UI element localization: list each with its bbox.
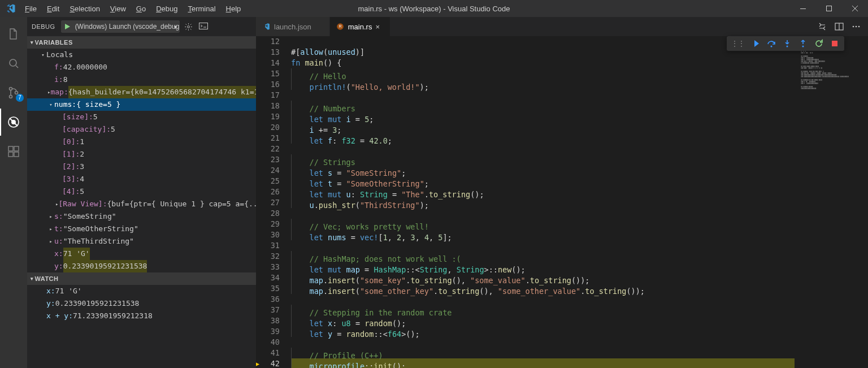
minimize-button[interactable] bbox=[790, 0, 816, 17]
svg-rect-23 bbox=[832, 41, 837, 46]
svg-rect-8 bbox=[8, 146, 13, 151]
extensions-icon[interactable] bbox=[0, 138, 27, 165]
svg-rect-10 bbox=[14, 152, 19, 157]
line-gutter: 1213141516171819202122232425262728293031… bbox=[256, 36, 289, 368]
svg-point-19 bbox=[858, 26, 860, 28]
svg-rect-0 bbox=[800, 8, 806, 9]
window-controls bbox=[790, 0, 868, 17]
svg-text:R: R bbox=[338, 24, 341, 28]
var-f[interactable]: f: 42.0000000 bbox=[27, 61, 256, 73]
close-icon[interactable]: × bbox=[375, 23, 384, 31]
debug-console-icon[interactable] bbox=[198, 20, 209, 33]
launch-config[interactable]: (Windows) Launch (vscode_debug_exa bbox=[61, 20, 180, 33]
var-x[interactable]: x: 71 'G' bbox=[27, 248, 256, 260]
step-over-icon[interactable] bbox=[764, 36, 779, 51]
debug-header: DEBUG (Windows) Launch (vscode_debug_exa bbox=[27, 17, 256, 36]
watch-header[interactable]: ▾WATCH bbox=[27, 272, 256, 285]
search-icon[interactable] bbox=[0, 50, 27, 77]
tab-main-rs[interactable]: R main.rs × bbox=[330, 17, 391, 36]
editor-area: launch.json R main.rs × ⋮⋮ bbox=[256, 17, 868, 368]
tab-launch-json[interactable]: launch.json bbox=[256, 17, 330, 36]
svg-point-17 bbox=[853, 26, 854, 28]
step-into-icon[interactable] bbox=[780, 36, 795, 51]
vscode-logo-icon bbox=[5, 2, 17, 15]
watch-label: WATCH bbox=[35, 275, 59, 282]
debug-label: DEBUG bbox=[32, 23, 55, 30]
debug-toolbar[interactable]: ⋮⋮ bbox=[727, 36, 844, 51]
var-nums-1[interactable]: [1]: 2 bbox=[27, 148, 256, 161]
titlebar: File Edit Selection View Go Debug Termin… bbox=[0, 0, 868, 17]
tab-label: launch.json bbox=[274, 23, 311, 31]
menubar: File Edit Selection View Go Debug Termin… bbox=[20, 2, 245, 15]
locals-scope[interactable]: ▾Locals bbox=[27, 49, 256, 61]
split-editor-icon[interactable] bbox=[833, 20, 845, 33]
debug-sidebar: DEBUG (Windows) Launch (vscode_debug_exa… bbox=[27, 17, 256, 368]
scm-icon[interactable]: 7 bbox=[0, 79, 27, 106]
var-nums-capacity[interactable]: [capacity]: 5 bbox=[27, 123, 256, 136]
activity-bar: 7 bbox=[0, 17, 27, 368]
code-content[interactable]: #[allow(unused)]fn main() { // Hello pri… bbox=[289, 36, 795, 368]
var-s[interactable]: ▸s: "SomeString" bbox=[27, 210, 256, 223]
watch-tree: x: 71 'G' y: 0.23390195921231538 x + y: … bbox=[27, 285, 256, 322]
var-nums-4[interactable]: [4]: 5 bbox=[27, 185, 256, 198]
maximize-button[interactable] bbox=[816, 0, 842, 17]
var-nums-raw[interactable]: ▸[Raw View]: {buf={ptr={ Unique 1 } cap=… bbox=[27, 198, 256, 210]
svg-point-22 bbox=[802, 46, 804, 47]
step-out-icon[interactable] bbox=[796, 36, 810, 51]
var-t[interactable]: ▸t: "SomeOtherString" bbox=[27, 223, 256, 235]
more-icon[interactable] bbox=[850, 20, 862, 33]
tab-label: main.rs bbox=[348, 23, 372, 31]
minimap[interactable]: ████ ██████ ██ ████ █ ██ ████ ████████ █… bbox=[795, 36, 868, 368]
menu-debug[interactable]: Debug bbox=[151, 2, 182, 15]
stop-icon[interactable] bbox=[827, 36, 842, 51]
svg-rect-11 bbox=[14, 146, 19, 151]
menu-file[interactable]: File bbox=[20, 2, 41, 15]
var-nums-0[interactable]: [0]: 1 bbox=[27, 136, 256, 148]
var-nums-2[interactable]: [2]: 3 bbox=[27, 161, 256, 173]
var-map[interactable]: ▸map: {hash_builder={k0=1475260568270417… bbox=[27, 86, 256, 98]
watch-x[interactable]: x: 71 'G' bbox=[27, 285, 256, 297]
rust-file-icon: R bbox=[336, 22, 345, 31]
svg-point-21 bbox=[787, 46, 788, 47]
compare-changes-icon[interactable] bbox=[816, 20, 828, 33]
launch-config-name[interactable]: (Windows) Launch (vscode_debug_exa bbox=[73, 23, 179, 31]
debug-icon[interactable] bbox=[0, 109, 27, 136]
var-y[interactable]: y: 0.23390195921231538 bbox=[27, 260, 256, 272]
var-nums-3[interactable]: [3]: 4 bbox=[27, 173, 256, 185]
variables-label: VARIABLES bbox=[35, 39, 73, 46]
menu-help[interactable]: Help bbox=[222, 2, 246, 15]
svg-point-12 bbox=[188, 25, 190, 28]
drag-handle-icon[interactable]: ⋮⋮ bbox=[729, 40, 747, 47]
svg-point-3 bbox=[10, 88, 12, 90]
svg-point-20 bbox=[771, 46, 772, 47]
watch-xy[interactable]: x + y: 71.233901959212318 bbox=[27, 310, 256, 322]
svg-rect-9 bbox=[8, 152, 13, 157]
svg-point-18 bbox=[856, 26, 857, 28]
restart-icon[interactable] bbox=[811, 36, 826, 51]
start-debug-icon[interactable] bbox=[62, 23, 73, 30]
variables-tree: ▾Locals f: 42.0000000 i: 8 ▸map: {hash_b… bbox=[27, 49, 256, 272]
svg-point-4 bbox=[10, 96, 12, 98]
close-button[interactable] bbox=[842, 0, 868, 17]
vs-file-icon bbox=[262, 22, 271, 31]
var-i[interactable]: i: 8 bbox=[27, 73, 256, 86]
var-nums[interactable]: ▾nums: { size=5 } bbox=[27, 98, 256, 111]
menu-view[interactable]: View bbox=[106, 2, 131, 15]
explorer-icon[interactable] bbox=[0, 20, 27, 47]
continue-icon[interactable] bbox=[748, 36, 763, 51]
code-editor[interactable]: 1213141516171819202122232425262728293031… bbox=[256, 36, 868, 368]
svg-point-5 bbox=[15, 92, 18, 94]
watch-y[interactable]: y: 0.23390195921231538 bbox=[27, 297, 256, 310]
scm-badge: 7 bbox=[16, 94, 24, 102]
menu-edit[interactable]: Edit bbox=[42, 2, 64, 15]
svg-point-2 bbox=[10, 59, 16, 66]
menu-selection[interactable]: Selection bbox=[65, 2, 104, 15]
variables-header[interactable]: ▾VARIABLES bbox=[27, 36, 256, 49]
svg-point-7 bbox=[11, 120, 16, 124]
menu-terminal[interactable]: Terminal bbox=[183, 2, 220, 15]
var-nums-size[interactable]: [size]: 5 bbox=[27, 111, 256, 123]
var-u[interactable]: ▸u: "TheThirdString" bbox=[27, 235, 256, 248]
menu-go[interactable]: Go bbox=[132, 2, 150, 15]
gear-icon[interactable] bbox=[183, 20, 194, 33]
svg-rect-1 bbox=[827, 6, 832, 11]
